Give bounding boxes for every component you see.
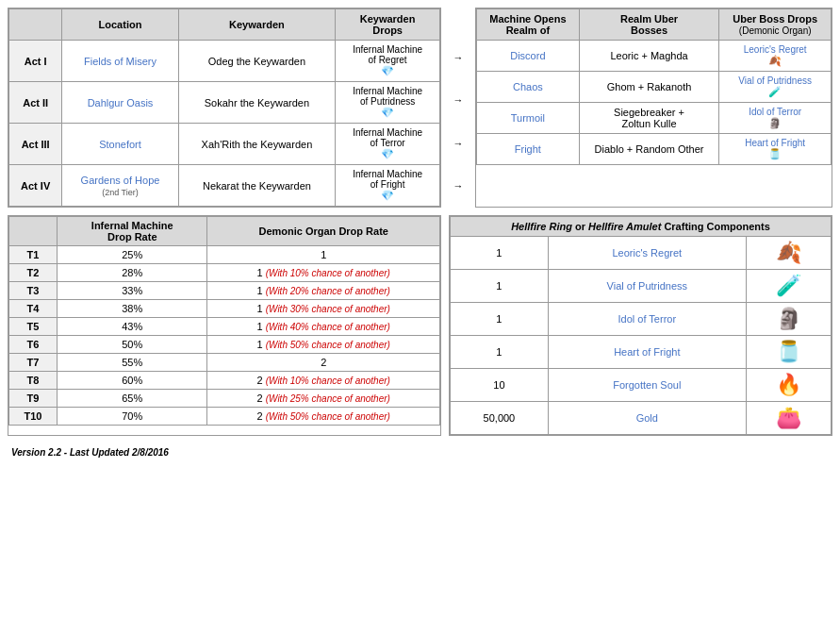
machine-name: Infernal Machineof Regret [341,44,434,65]
drop-cell: Idol of Terror 🗿 [719,103,832,134]
col-header-uberdrop: Uber Boss Drops(Demonic Organ) [719,9,832,41]
qty-cell: 50,000 [451,402,549,435]
crafting-table: Hellfire Ring or Hellfire Amulet Craftin… [450,216,832,435]
machine-name: Infernal Machineof Terror [341,127,434,148]
note-text: (With 50% chance of another) [266,340,390,350]
table-row: Act III Stonefort Xah'Rith the Keywarden… [9,124,440,165]
drop-icon: 🫙 [725,148,825,160]
arrow-column: → → → → [449,8,468,208]
act-label: Act III [9,124,62,165]
drop-rate-table: Infernal MachineDrop Rate Demonic Organ … [8,216,440,426]
drop-icon: 🧪 [725,86,825,98]
organ-rate-cell: 1 (With 50% chance of another) [207,336,440,354]
table-row: 1Heart of Fright🫙 [451,336,832,369]
col-header-bosses: Realm UberBosses [579,9,719,41]
machine-name: Infernal Machineof Fright [341,169,434,190]
drop-rate-cell: 70% [58,408,207,426]
machine-name: Infernal Machineof Putridness [341,86,434,107]
tier-cell: T9 [9,390,58,408]
qty-cell: 1 [451,237,549,270]
col-header-location: Location [62,9,178,41]
item-icon-cell: 🔥 [746,369,831,402]
location-cell: Dahlgur Oasis [62,82,178,124]
drop-rate-cell: 28% [58,264,207,282]
col-header-organ-drop: Demonic Organ Drop Rate [207,217,440,246]
location-cell: Gardens of Hope(2nd Tier) [62,165,178,207]
item-name-cell: Leoric's Regret [548,237,746,270]
table-row: T438%1 (With 30% chance of another) [9,300,440,318]
keywarden-table: Location Keywarden KeywardenDrops Act I … [8,8,440,207]
item-name-cell: Vial of Putridness [548,270,746,303]
table-row: Turmoil Siegebreaker +Zoltun Kulle Idol … [477,103,832,134]
drop-rate-cell: 25% [58,246,207,264]
item-name-cell: Gold [548,402,746,435]
drop-rate-cell: 65% [58,390,207,408]
tier-note: (2nd Tier) [102,188,139,197]
table-row: 1Leoric's Regret🍂 [451,237,832,270]
crafting-header: Hellfire Ring or Hellfire Amulet Craftin… [451,217,832,237]
main-wrapper: Location Keywarden KeywardenDrops Act I … [8,8,832,458]
item-icon-cell: 🧪 [746,270,831,303]
act-label: Act IV [9,165,62,207]
machine-cell: Infernal Machineof Terror 💎 [336,124,440,165]
organ-rate-cell: 1 [207,246,440,264]
location-cell: Fields of Misery [62,41,178,82]
drop-name: Leoric's Regret [725,44,825,55]
keywarden-cell: Nekarat the Keywarden [178,165,336,207]
item-icon-cell: 🫙 [746,336,831,369]
drop-rate-cell: 38% [58,300,207,318]
table-row: Fright Diablo + Random Other Heart of Fr… [477,134,832,165]
organ-rate-cell: 1 (With 40% chance of another) [207,318,440,336]
machine-icon: 💎 [341,148,434,160]
note-text: (With 50% chance of another) [266,411,390,422]
item-icon-cell: 👛 [746,402,831,435]
tier-cell: T2 [9,264,58,282]
act-label: Act II [9,82,62,124]
col-header-tier [9,217,58,246]
note-text: (With 20% chance of another) [266,286,390,296]
organ-rate-cell: 1 (With 20% chance of another) [207,282,440,300]
organ-rate-cell: 1 (With 10% chance of another) [207,264,440,282]
note-text: (With 30% chance of another) [266,304,390,314]
bosses-cell: Diablo + Random Other [579,134,719,165]
qty-cell: 10 [451,369,549,402]
realm-cell: Discord [477,41,580,72]
tier-cell: T6 [9,336,58,354]
col-header-act [9,9,62,41]
machine-icon: 💎 [341,107,434,119]
item-name-cell: Heart of Fright [548,336,746,369]
location-cell: Stonefort [62,124,178,165]
item-name-cell: Forgotten Soul [548,369,746,402]
realm-cell: Turmoil [477,103,580,134]
realm-cell: Chaos [477,72,580,103]
machine-cell: Infernal Machineof Fright 💎 [336,165,440,207]
bosses-cell: Ghom + Rakanoth [579,72,719,103]
crafting-table-container: Hellfire Ring or Hellfire Amulet Craftin… [449,215,832,436]
tier-cell: T10 [9,408,58,426]
table-row: Act I Fields of Misery Odeg the Keywarde… [9,41,440,82]
drop-rate-cell: 60% [58,372,207,390]
table-row: T1070%2 (With 50% chance of another) [9,408,440,426]
keywarden-cell: Sokahr the Keywarden [178,82,336,124]
drop-rate-cell: 43% [58,318,207,336]
table-row: Discord Leoric + Maghda Leoric's Regret … [477,41,832,72]
table-row: T755%2 [9,354,440,372]
table-row: T650%1 (With 50% chance of another) [9,336,440,354]
table-row: Act II Dahlgur Oasis Sokahr the Keywarde… [9,82,440,124]
drop-icon: 🗿 [725,117,825,129]
table-row: T228%1 (With 10% chance of another) [9,264,440,282]
table-row: Act IV Gardens of Hope(2nd Tier) Nekarat… [9,165,440,207]
machine-icon: 💎 [341,190,434,202]
drop-rate-cell: 33% [58,282,207,300]
note-text: (With 40% chance of another) [266,322,390,332]
keywarden-cell: Xah'Rith the Keywarden [178,124,336,165]
realm-table: Machine OpensRealm of Realm UberBosses U… [476,8,832,165]
tier-cell: T5 [9,318,58,336]
organ-rate-cell: 2 (With 10% chance of another) [207,372,440,390]
table-row: 1Vial of Putridness🧪 [451,270,832,303]
keywarden-cell: Odeg the Keywarden [178,41,336,82]
drop-name: Heart of Fright [725,138,825,148]
drop-cell: Heart of Fright 🫙 [719,134,832,165]
table-row: T543%1 (With 40% chance of another) [9,318,440,336]
tier-cell: T8 [9,372,58,390]
